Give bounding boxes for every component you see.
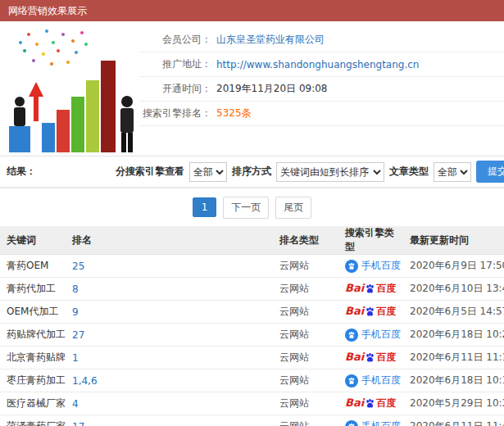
keyword-cell: 枣庄膏药加工 <box>0 369 66 392</box>
updated-time-cell: 2020年6月5日 14:57 <box>403 301 504 324</box>
search-engine-badge: 手机百度 Bai手机百度 <box>345 419 401 426</box>
engine-label: 百度 <box>376 351 396 365</box>
rank-link[interactable]: 9 <box>72 306 79 318</box>
rank-type-cell: 云网站 <box>273 278 338 301</box>
engine-filter-select[interactable]: 全部 <box>189 162 227 182</box>
keyword-cell: 北京膏药贴牌 <box>0 347 66 369</box>
company-label: 会员公司： <box>139 33 211 47</box>
rank-link[interactable]: 1,4,6 <box>72 375 98 387</box>
mobile-baidu-icon <box>345 420 358 426</box>
mobile-baidu-icon <box>345 374 358 387</box>
keyword-cell: 药贴牌代加工 <box>0 324 66 347</box>
title-bar: 网络营销效果展示 <box>0 0 504 21</box>
updated-time-cell: 2020年6月11日 11:18 <box>403 347 504 369</box>
keyword-cell: OEM代加工 <box>0 301 66 324</box>
rank-type-cell: 云网站 <box>273 301 338 324</box>
filter-bar: 结果： 分搜索引擎查看 全部 排序方式 关键词由短到长排序 文章类型 全部 提交 <box>0 156 504 188</box>
keyword-cell: 医疗器械厂家 <box>0 392 66 415</box>
baidu-paw-icon <box>365 283 375 294</box>
rank-link[interactable]: 27 <box>72 329 84 341</box>
page-title: 网络营销效果展示 <box>8 4 87 18</box>
rank-link[interactable]: 25 <box>72 261 84 272</box>
table-row: 医疗器械厂家 4 云网站 百度 Bai百度 2020年5月29日 10:32 <box>0 392 504 415</box>
info-row-company: 会员公司： 山东皇圣堂药业有限公司 <box>139 28 504 52</box>
rank-link[interactable]: 17 <box>72 421 84 426</box>
updated-time-cell: 2020年6月10日 13:40 <box>403 278 504 301</box>
info-row-url: 推广地址： http://www.shandonghuangshengtang.… <box>139 52 504 77</box>
engine-filter-label: 分搜索引擎查看 <box>116 165 184 179</box>
bar-chart-illustration <box>4 23 135 154</box>
baidu-paw-icon <box>365 306 375 317</box>
engine-label: 手机百度 <box>361 419 401 426</box>
marketing-illustration <box>0 21 139 156</box>
mobile-baidu-icon <box>345 329 358 342</box>
keyword-cell: 膏药OEM <box>0 255 66 278</box>
table-row: 枣庄膏药加工 1,4,6 云网站 手机百度 Bai手机百度 2020年6月18日… <box>0 369 504 392</box>
keyword-cell: 膏药代加工 <box>0 278 66 301</box>
keyword-rank-table: 关键词 排名 排名类型 搜索引擎类型 最新更新时间 膏药OEM 25 云网站 手… <box>0 226 504 426</box>
mobile-baidu-icon <box>345 260 358 273</box>
sort-select[interactable]: 关键词由短到长排序 <box>276 162 384 182</box>
table-row: 膏药OEM 25 云网站 手机百度 Bai手机百度 2020年6月9日 17:5… <box>0 255 504 278</box>
rank-type-cell: 云网站 <box>273 415 338 426</box>
baidu-logo: Bai百度 <box>345 305 396 319</box>
rank-link[interactable]: 8 <box>72 283 79 295</box>
engine-label: 手机百度 <box>361 374 401 387</box>
filter-controls: 分搜索引擎查看 全部 排序方式 关键词由短到长排序 文章类型 全部 提交 <box>116 161 497 183</box>
engine-label: 手机百度 <box>361 328 401 342</box>
result-label: 结果： <box>7 165 36 179</box>
table-row: OEM代加工 9 云网站 百度 Bai百度 2020年6月5日 14:57 <box>0 301 504 324</box>
info-row-rank-count: 搜索引擎排名： 5325条 <box>139 102 504 126</box>
baidu-logo: Bai百度 <box>345 397 396 410</box>
updated-time-cell: 2020年6月11日 11:40 <box>403 415 504 426</box>
updated-time-cell: 2020年6月18日 10:25 <box>403 324 504 347</box>
rank-count-label: 搜索引擎排名： <box>139 106 211 120</box>
table-row: 北京膏药贴牌 1 云网站 百度 Bai百度 2020年6月11日 11:18 <box>0 347 504 369</box>
rank-type-cell: 云网站 <box>273 324 338 347</box>
table-row: 膏药代加工 8 云网站 百度 Bai百度 2020年6月10日 13:40 <box>0 278 504 301</box>
rank-link[interactable]: 1 <box>72 352 79 364</box>
baidu-paw-icon <box>365 398 375 409</box>
search-engine-badge: 手机百度 Bai手机百度 <box>345 374 401 387</box>
info-row-open-time: 开通时间： 2019年11月20日 09:08 <box>139 77 504 102</box>
page-next-button[interactable]: 下一页 <box>223 197 269 219</box>
article-type-label: 文章类型 <box>389 165 429 179</box>
company-link[interactable]: 山东皇圣堂药业有限公司 <box>216 33 325 47</box>
rank-type-cell: 云网站 <box>273 347 338 369</box>
header-updated: 最新更新时间 <box>403 226 504 255</box>
baidu-logo: Bai百度 <box>345 282 396 296</box>
table-row: 药贴牌代加工 27 云网站 手机百度 Bai手机百度 2020年6月18日 10… <box>0 324 504 347</box>
engine-label: 手机百度 <box>361 259 401 273</box>
pagination: 1 下一页 尾页 <box>0 188 504 226</box>
search-engine-badge: 手机百度 Bai手机百度 <box>345 328 401 342</box>
search-engine-badge: 百度 Bai百度 <box>345 305 396 319</box>
rank-type-cell: 云网站 <box>273 392 338 415</box>
member-info-list: 会员公司： 山东皇圣堂药业有限公司 推广地址： http://www.shand… <box>139 21 504 156</box>
header-rank: 排名 <box>66 226 273 255</box>
search-engine-badge: 百度 Bai百度 <box>345 397 396 410</box>
engine-label: 百度 <box>376 305 396 319</box>
article-type-select[interactable]: 全部 <box>434 162 471 182</box>
member-info-section: 会员公司： 山东皇圣堂药业有限公司 推广地址： http://www.shand… <box>0 21 504 156</box>
promo-url-label: 推广地址： <box>139 57 211 71</box>
open-time-label: 开通时间： <box>139 82 211 96</box>
page-last-button[interactable]: 尾页 <box>275 197 311 219</box>
rank-type-cell: 云网站 <box>273 255 338 278</box>
keyword-cell: 菏泽膏药厂家 <box>0 415 66 426</box>
engine-label: 百度 <box>376 282 396 296</box>
open-time-value: 2019年11月20日 09:08 <box>216 82 327 96</box>
page-current[interactable]: 1 <box>193 197 217 217</box>
updated-time-cell: 2020年6月9日 17:50 <box>403 255 504 278</box>
header-rank-type: 排名类型 <box>273 226 338 255</box>
sort-label: 排序方式 <box>232 165 271 179</box>
rank-link[interactable]: 4 <box>72 398 79 410</box>
promo-url-link[interactable]: http://www.shandonghuangshengtang.cn <box>216 59 419 70</box>
header-keyword: 关键词 <box>0 226 66 255</box>
rank-count-value: 5325条 <box>216 106 252 120</box>
updated-time-cell: 2020年6月18日 10:19 <box>403 369 504 392</box>
baidu-logo: Bai百度 <box>345 351 396 365</box>
baidu-paw-icon <box>365 352 375 363</box>
search-engine-badge: 手机百度 Bai手机百度 <box>345 259 401 273</box>
table-row: 菏泽膏药厂家 17 云网站 手机百度 Bai手机百度 2020年6月11日 11… <box>0 415 504 426</box>
submit-button[interactable]: 提交 <box>476 161 504 183</box>
